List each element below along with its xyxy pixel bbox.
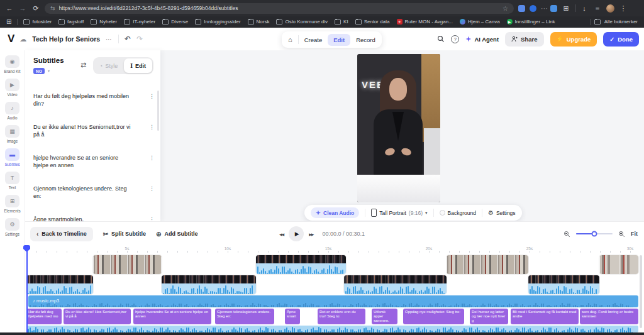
kebab-menu-icon[interactable]: ⋮ [149, 185, 155, 192]
sidebar-item-brand-kit[interactable]: ◉Brand Kit [0, 55, 25, 74]
url-text[interactable]: https://www.veed.io/edit/6d2212d7-3c5f-4… [59, 5, 499, 11]
extension-icon[interactable] [530, 5, 536, 12]
timeline-clip-speaker[interactable] [26, 275, 93, 294]
background-button[interactable]: Background [440, 210, 476, 216]
subtitle-block[interactable]: Du er ikke alene! Hos Seniornett,tror vi… [64, 309, 131, 324]
subtitle-block[interactable]: Det er enklere enn du tror! Steg to: [318, 309, 365, 324]
aspect-ratio-dropdown[interactable]: Tall Portrait (9:16) ▾ [371, 209, 427, 217]
tab-style[interactable]: ◔Style [94, 63, 123, 69]
bookmark-item[interactable]: Norsk [248, 19, 270, 25]
subtitle-list-item[interactable]: Har du følt deg hjelpeløs med mobilen di… [25, 93, 160, 107]
extension-icon[interactable] [550, 5, 557, 12]
subtitle-text[interactable]: Åpne smartmobilen. [33, 216, 133, 221]
subtitle-block[interactable]: Utforsk apper sammen. [372, 309, 397, 324]
subtitle-block[interactable]: Gjennom teknologienes undere. Steg en: [215, 309, 274, 324]
subtitle-block[interactable]: Oppdag nye muligheter. Steg tre: [403, 309, 464, 324]
zoom-in-icon[interactable] [618, 231, 625, 238]
canvas-settings-button[interactable]: ⚙ Settings [488, 209, 516, 216]
search-icon[interactable] [437, 35, 445, 43]
kebab-menu-icon[interactable]: ⋮ [149, 93, 155, 99]
subtitle-block[interactable]: Åpne smart [285, 309, 300, 324]
bookmark-item[interactable]: Hjem – Canva [460, 19, 500, 25]
downloads-icon[interactable]: ↓ [580, 5, 589, 12]
tab-record[interactable]: Record [356, 36, 375, 43]
browser-forward-icon[interactable]: → [18, 5, 27, 12]
sidebar-item-text[interactable]: TText [0, 172, 25, 190]
subtitle-block[interactable]: Bli med i Seniornett og få kontakt med a… [511, 309, 579, 324]
music-track[interactable]: ♪ music.mp3 [28, 295, 638, 307]
tab-create[interactable]: Create [304, 36, 323, 43]
bookmark-item[interactable]: fagstoff [58, 19, 84, 25]
sidebar-item-image[interactable]: ▦Image [0, 125, 25, 143]
extensions-puzzle-icon[interactable]: ⊞ [562, 5, 570, 12]
subtitle-block[interactable]: Del humor og latter og lær noe nytt hver… [470, 309, 508, 324]
sidebar-item-subtitles[interactable]: ▬Subtitles [0, 148, 25, 167]
sidebar-item-elements[interactable]: ⊞Elements [0, 195, 25, 213]
browser-back-icon[interactable]: ← [5, 5, 14, 12]
upgrade-button[interactable]: ⚡ Upgrade [550, 32, 597, 47]
bookmark-item[interactable]: Innloggingssider [195, 19, 240, 25]
bookmark-item[interactable]: Senior data [355, 19, 390, 25]
subtitle-block[interactable]: hjelpe hverandre Se at en seniore hjelpe… [133, 309, 211, 324]
translate-reorder-icon[interactable]: ⇄ [80, 61, 86, 69]
done-button[interactable]: ✓ Done [603, 32, 639, 47]
subtitle-block[interactable]: som deg. Fordi læring er bedre sammen [580, 309, 638, 324]
subtitle-text[interactable]: Du er ikke alene! Hos Seniornett,tror vi… [33, 124, 133, 138]
project-title[interactable]: Tech Help for Seniors [32, 35, 100, 43]
kebab-menu-icon[interactable]: ⋮ [149, 155, 155, 161]
rewind-icon[interactable]: ◀◀ [279, 232, 284, 236]
timeline-clip-speaker[interactable] [256, 255, 346, 274]
project-menu-icon[interactable]: ⋯ [106, 36, 113, 43]
browser-reload-icon[interactable]: ⟳ [31, 5, 40, 12]
sidebar-item-settings[interactable]: ⚙Settings [0, 218, 25, 236]
sidebar-item-audio[interactable]: ♪Audio [0, 102, 25, 120]
timeline-clip-speaker[interactable] [528, 275, 599, 294]
language-badge[interactable]: NO [33, 68, 45, 74]
kebab-menu-icon[interactable]: ⋮ [149, 124, 155, 130]
undo-icon[interactable]: ↶ [125, 35, 131, 43]
bookmark-item[interactable]: KI [335, 19, 348, 25]
bookmark-item[interactable]: fotosider [23, 19, 52, 25]
tab-edit-subtitles[interactable]: IEdit [124, 58, 152, 73]
bookmark-item[interactable]: Oslo Kommune div [276, 19, 328, 25]
fast-forward-icon[interactable]: ▶▶ [309, 232, 313, 236]
subtitle-list-item[interactable]: Åpne smartmobilen.⋮ [25, 216, 160, 221]
timeline-clip-speaker[interactable] [344, 275, 447, 294]
subtitle-text[interactable]: hjelpe hverandre Se at en seniore hjelpe… [33, 155, 133, 169]
fit-button[interactable]: Fit [631, 231, 638, 237]
apps-grid-icon[interactable]: ⊞ [6, 19, 11, 25]
extension-icon[interactable]: ⋯ [541, 5, 546, 12]
bookmark-item[interactable]: Diverse [162, 19, 188, 25]
profile-avatar[interactable] [606, 4, 614, 13]
chrome-menu-icon[interactable]: ⋮ [619, 5, 628, 12]
timeline-clip-seniors[interactable] [447, 255, 528, 274]
play-button[interactable]: ▶ [289, 226, 304, 241]
zoom-out-icon[interactable] [564, 231, 570, 238]
address-bar[interactable]: ⇆ https://www.veed.io/edit/6d2212d7-3c5f… [45, 3, 514, 14]
extension-icon[interactable] [518, 5, 525, 12]
timeline-scrollbar[interactable] [640, 255, 642, 328]
redo-icon[interactable]: ↷ [136, 35, 143, 43]
help-icon[interactable]: ? [451, 35, 459, 43]
bookmark-item[interactable]: IT-nyheter [124, 19, 155, 25]
zoom-slider-knob[interactable] [592, 231, 597, 237]
kebab-menu-icon[interactable]: ⋮ [149, 216, 155, 221]
all-bookmarks-label[interactable]: Alle bokmerker [604, 19, 638, 25]
all-bookmarks[interactable]: Alle bokmerker [590, 19, 638, 25]
subtitle-block[interactable]: Har du følt deg hjelpeløs med mo [26, 309, 62, 324]
translate-icon[interactable]: ≡ [593, 5, 602, 12]
subtitle-list-item[interactable]: hjelpe hverandre Se at en seniore hjelpe… [25, 155, 160, 169]
sidebar-item-video[interactable]: ▶Video [0, 79, 25, 97]
tab-edit[interactable]: Edit [328, 34, 350, 46]
bookmark-item[interactable]: Nyheter [91, 19, 117, 25]
voiceover-track[interactable] [26, 326, 638, 332]
subtitle-text[interactable]: Gjennom teknologienes undere. Steg en: [33, 185, 133, 200]
bookmark-item[interactable]: ▶Innstillinger – Link [507, 19, 555, 25]
timeline-clip-speaker[interactable] [162, 275, 256, 294]
site-info-icon[interactable]: ⇆ [50, 5, 55, 11]
video-preview[interactable]: VEED [357, 54, 440, 202]
zoom-slider[interactable] [576, 233, 613, 234]
clean-audio-button[interactable]: Clean Audio [311, 207, 359, 218]
ai-agent-button[interactable]: AI Agent [465, 36, 499, 43]
bookmark-item[interactable]: ✳Ruter MON - Avgan... [397, 19, 453, 25]
